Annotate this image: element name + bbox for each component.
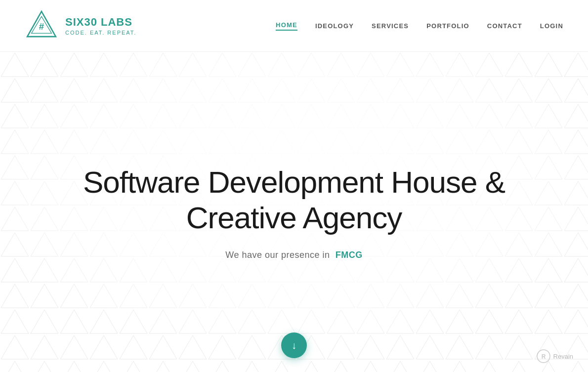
scroll-down-icon: ↓ bbox=[292, 340, 296, 351]
svg-text:R: R bbox=[541, 353, 546, 360]
hero-subtitle-highlight: FMCG bbox=[336, 250, 363, 260]
nav-home[interactable]: HOME bbox=[276, 21, 297, 31]
brand-name: SIX30 LABS bbox=[65, 16, 136, 29]
nav-services[interactable]: SERVICES bbox=[372, 22, 409, 30]
scroll-down-button[interactable]: ↓ bbox=[281, 332, 307, 358]
hero-section: Software Development House & Creative Ag… bbox=[0, 52, 588, 372]
hero-title: Software Development House & Creative Ag… bbox=[72, 165, 516, 235]
hero-content: Software Development House & Creative Ag… bbox=[52, 165, 536, 260]
logo-text-group: SIX30 LABS CODE. EAT. REPEAT. bbox=[65, 16, 136, 36]
nav-contact[interactable]: CONTACT bbox=[487, 22, 522, 30]
logo-area[interactable]: # SIX30 LABS CODE. EAT. REPEAT. bbox=[25, 9, 136, 42]
nav-ideology[interactable]: IDEOLOGY bbox=[315, 22, 354, 30]
nav-portfolio[interactable]: PORTFOLIO bbox=[426, 22, 469, 30]
brand-tagline: CODE. EAT. REPEAT. bbox=[65, 30, 136, 36]
svg-text:#: # bbox=[39, 22, 44, 32]
hero-subtitle: We have our presence in FMCG bbox=[72, 250, 516, 260]
site-header: # SIX30 LABS CODE. EAT. REPEAT. HOME IDE… bbox=[0, 0, 588, 52]
revain-label: Revain bbox=[553, 353, 573, 360]
revain-icon: R bbox=[537, 349, 550, 363]
nav-login[interactable]: LOGIN bbox=[540, 22, 563, 30]
revain-badge: R Revain bbox=[537, 349, 573, 363]
main-nav: HOME IDEOLOGY SERVICES PORTFOLIO CONTACT… bbox=[276, 21, 563, 31]
logo-icon: # bbox=[25, 9, 58, 42]
hero-subtitle-prefix: We have our presence in bbox=[225, 250, 330, 260]
